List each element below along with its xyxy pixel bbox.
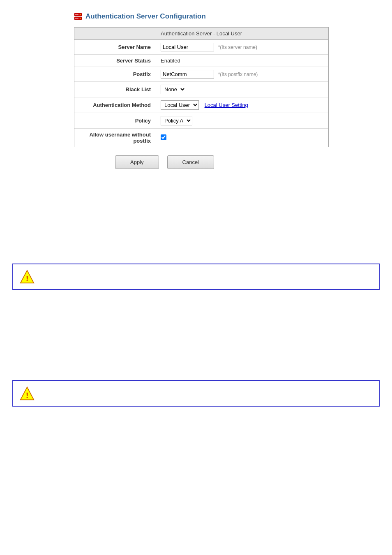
page-title-row: Authentication Server Configuration <box>8 12 384 21</box>
svg-text:!: ! <box>26 275 28 283</box>
policy-select[interactable]: Policy A <box>161 116 192 125</box>
warning-box-1: ! <box>12 264 380 290</box>
apply-button[interactable]: Apply <box>115 155 159 169</box>
svg-text:!: ! <box>26 391 28 400</box>
blacklist-select[interactable]: None <box>161 85 186 94</box>
warning-box-2: ! <box>12 380 380 407</box>
server-name-input[interactable] <box>161 43 214 51</box>
svg-point-2 <box>80 14 81 15</box>
page-wrapper: Authentication Server Configuration Auth… <box>0 0 392 427</box>
postfix-label: Postfix <box>74 67 157 82</box>
warning-icon-2: ! <box>20 386 35 401</box>
blacklist-value: None <box>157 82 328 97</box>
blacklist-label: Black List <box>74 82 157 97</box>
page-title: Authentication Server Configuration <box>85 12 206 21</box>
config-table: Server Name *(Its server name) Server St… <box>74 40 328 147</box>
warning-icon-1: ! <box>20 269 35 284</box>
allow-username-label: Allow username without postfix <box>74 129 157 147</box>
server-name-value: *(Its server name) <box>157 40 328 55</box>
postfix-value: *(Its postfix name) <box>157 67 328 82</box>
spacer-1 <box>8 181 384 255</box>
postfix-hint: *(Its postfix name) <box>218 72 258 77</box>
table-header: Authentication Server - Local User <box>74 28 328 40</box>
table-row: Server Name *(Its server name) <box>74 40 328 55</box>
server-status-value: Enabled <box>157 55 328 67</box>
server-name-hint: *(Its server name) <box>218 44 257 50</box>
svg-point-3 <box>80 18 81 18</box>
table-row: Policy Policy A <box>74 113 328 129</box>
table-row: Server Status Enabled <box>74 55 328 67</box>
cancel-button[interactable]: Cancel <box>167 155 214 169</box>
table-row: Authentication Method Local User Local U… <box>74 97 328 113</box>
local-user-setting-link[interactable]: Local User Setting <box>205 102 248 108</box>
config-table-wrapper: Authentication Server - Local User Serve… <box>74 27 329 147</box>
allow-username-checkbox[interactable] <box>161 134 166 140</box>
svg-rect-4 <box>75 14 78 15</box>
table-row: Black List None <box>74 82 328 97</box>
policy-value: Policy A <box>157 113 328 129</box>
table-row: Allow username without postfix <box>74 129 328 147</box>
server-name-label: Server Name <box>74 40 157 55</box>
auth-method-select[interactable]: Local User <box>161 100 199 110</box>
auth-method-label: Authentication Method <box>74 97 157 113</box>
spacer-2 <box>8 298 384 372</box>
auth-method-value: Local User Local User Setting <box>157 97 328 113</box>
policy-label: Policy <box>74 113 157 129</box>
postfix-input[interactable] <box>161 70 214 79</box>
buttons-row: Apply Cancel <box>115 155 384 169</box>
svg-rect-5 <box>75 18 78 19</box>
allow-username-value <box>157 129 328 147</box>
server-icon <box>74 12 82 21</box>
table-row: Postfix *(Its postfix name) <box>74 67 328 82</box>
server-status-text: Enabled <box>161 58 180 64</box>
server-status-label: Server Status <box>74 55 157 67</box>
